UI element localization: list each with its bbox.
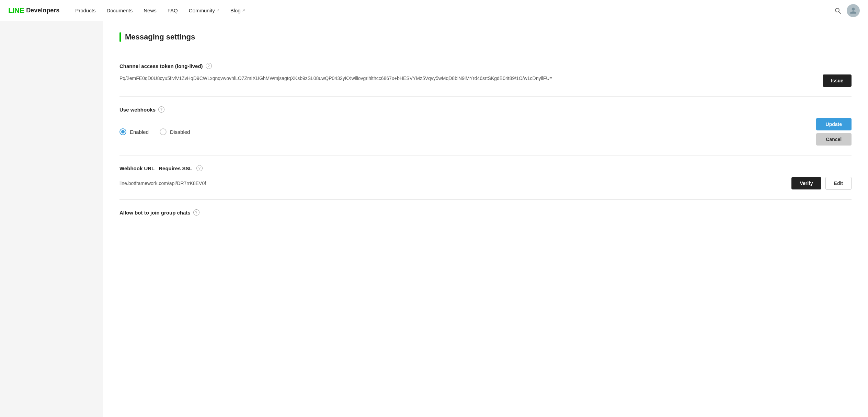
search-button[interactable]: [834, 7, 841, 14]
logo-developers: Developers: [26, 7, 59, 14]
webhook-url-content: line.botframework.com/api/DR7rrK8EV0f Ve…: [119, 177, 852, 190]
section-title-bar: Messaging settings: [119, 32, 852, 42]
webhooks-section: Use webhooks ? Enabled Disabled Update: [119, 96, 852, 155]
disabled-option[interactable]: Disabled: [160, 128, 190, 135]
ssl-help-icon[interactable]: ?: [196, 165, 203, 171]
token-section: Channel access token (long-lived) ? Pq/2…: [119, 53, 852, 96]
main-nav: Products Documents News FAQ Community ↗ …: [70, 5, 834, 16]
disabled-label: Disabled: [170, 129, 190, 135]
token-value: Pq/2emFE0qD0U8cyu5flvlV1ZvHqD9CWLxqnqvwo…: [119, 74, 814, 82]
verify-button[interactable]: Verify: [791, 177, 821, 189]
enabled-label: Enabled: [130, 129, 149, 135]
webhook-content: Enabled Disabled Update Cancel: [119, 118, 852, 146]
nav-blog[interactable]: Blog ↗: [226, 5, 250, 16]
section-title: Messaging settings: [125, 33, 195, 42]
cancel-button[interactable]: Cancel: [816, 133, 852, 146]
enabled-option[interactable]: Enabled: [119, 128, 149, 135]
webhooks-row-header: Use webhooks ?: [119, 106, 852, 113]
logo-link[interactable]: LINE Developers: [8, 6, 59, 15]
webhook-buttons: Update Cancel: [816, 118, 852, 146]
nav-news[interactable]: News: [139, 5, 161, 16]
webhook-url-label: Webhook URL: [119, 165, 155, 171]
green-accent-bar: [119, 32, 121, 42]
webhooks-help-icon[interactable]: ?: [158, 106, 164, 113]
svg-line-1: [839, 12, 841, 13]
svg-point-0: [835, 8, 839, 12]
disabled-radio[interactable]: [160, 128, 167, 135]
sidebar: [0, 21, 103, 417]
allow-bot-section: Allow bot to join group chats ?: [119, 199, 852, 225]
header-actions: [834, 4, 860, 17]
external-link-icon: ↗: [216, 8, 219, 13]
edit-button[interactable]: Edit: [825, 177, 852, 190]
ssl-label: Requires SSL: [159, 165, 192, 171]
nav-community[interactable]: Community ↗: [184, 5, 224, 16]
page-layout: Messaging settings Channel access token …: [0, 21, 868, 417]
main-content: Messaging settings Channel access token …: [103, 21, 868, 417]
token-row-header: Channel access token (long-lived) ?: [119, 63, 852, 69]
external-link-icon: ↗: [242, 8, 245, 13]
webhook-url-value: line.botframework.com/api/DR7rrK8EV0f: [119, 181, 206, 186]
webhook-url-row-header: Webhook URL Requires SSL ?: [119, 165, 852, 171]
allow-bot-row-header: Allow bot to join group chats ?: [119, 209, 852, 216]
webhook-url-section: Webhook URL Requires SSL ? line.botframe…: [119, 155, 852, 199]
issue-button[interactable]: Issue: [823, 74, 852, 87]
webhook-url-buttons: Verify Edit: [791, 177, 852, 190]
header: LINE Developers Products Documents News …: [0, 0, 868, 21]
token-label: Channel access token (long-lived): [119, 63, 203, 69]
webhook-radio-group: Enabled Disabled: [119, 128, 190, 135]
logo-line: LINE: [8, 6, 24, 15]
nav-documents[interactable]: Documents: [102, 5, 137, 16]
token-row: Pq/2emFE0qD0U8cyu5flvlV1ZvHqD9CWLxqnqvwo…: [119, 74, 852, 87]
allow-bot-help-icon[interactable]: ?: [193, 209, 199, 216]
update-button[interactable]: Update: [816, 118, 852, 130]
user-avatar[interactable]: [847, 4, 860, 17]
webhooks-label: Use webhooks: [119, 107, 156, 113]
allow-bot-label: Allow bot to join group chats: [119, 210, 191, 216]
enabled-radio[interactable]: [119, 128, 126, 135]
nav-products[interactable]: Products: [70, 5, 100, 16]
token-help-icon[interactable]: ?: [206, 63, 212, 69]
nav-faq[interactable]: FAQ: [163, 5, 183, 16]
